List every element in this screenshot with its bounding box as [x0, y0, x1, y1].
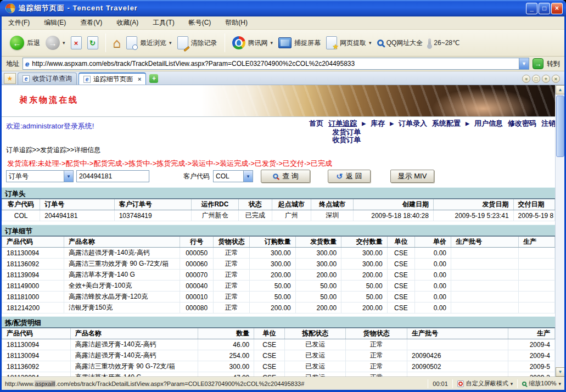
- status-separator: [517, 379, 518, 388]
- column-header: 起点城市: [272, 199, 311, 210]
- nav-system-config[interactable]: 系统配置: [432, 119, 461, 128]
- cell: 正常: [346, 339, 407, 350]
- collapse-tabs-button[interactable]: »: [522, 75, 530, 83]
- cell: CSE: [387, 259, 415, 270]
- menu-favorites[interactable]: 收藏(A): [116, 18, 138, 27]
- maximize-button[interactable]: □: [539, 3, 550, 14]
- tab-close-icon[interactable]: ×: [136, 76, 141, 82]
- column-header: 创建日期: [354, 199, 434, 210]
- cell: 正常: [346, 372, 407, 377]
- clear-history-button[interactable]: 清除记录: [175, 35, 220, 51]
- weather-widget[interactable]: 26~28℃: [425, 37, 462, 49]
- cell: 已发运: [284, 339, 345, 350]
- home-button[interactable]: ⌂: [110, 33, 124, 52]
- cell: [451, 281, 519, 292]
- table-row[interactable]: COL204494181103748419广州新仓已完成广州深圳2009-5-1…: [2, 210, 555, 221]
- nav-sub-shipping-orders[interactable]: 发货订单: [332, 128, 556, 136]
- nav-home[interactable]: 首页: [309, 119, 323, 128]
- extract-page-button[interactable]: ★ 网页提取 ▾: [323, 35, 374, 51]
- cell: [451, 292, 519, 303]
- address-field[interactable]: e http://www.aspxam.com/ebs/track/TrackD…: [23, 58, 529, 70]
- vertical-scrollbar[interactable]: ▲ ▼: [555, 85, 564, 377]
- nav-order-tracking[interactable]: 订单追踪: [328, 119, 357, 128]
- customer-code-select[interactable]: COL ▼: [213, 170, 253, 182]
- scrollbar-thumb[interactable]: [556, 96, 564, 157]
- address-dropdown-icon[interactable]: ▼: [519, 58, 529, 69]
- recent-dropdown-icon[interactable]: ▾: [169, 40, 172, 46]
- order-number-input[interactable]: [76, 170, 149, 182]
- order-field-select[interactable]: 订单号 ▼: [6, 170, 74, 182]
- column-header: 生产批号: [407, 328, 508, 339]
- nav-sub-receiving-orders[interactable]: 收货订单: [332, 136, 556, 144]
- select-dropdown-icon[interactable]: ▼: [64, 171, 73, 182]
- refresh-button[interactable]: ↻: [85, 35, 101, 51]
- minimize-button[interactable]: _: [526, 3, 537, 14]
- qq-sites-button[interactable]: QQ网址大全: [374, 37, 426, 49]
- tencent-site-button[interactable]: 腾讯网 ▾: [229, 35, 276, 51]
- pin-tab-button[interactable]: +: [542, 75, 550, 83]
- zoom-dropdown-icon[interactable]: ▾: [558, 381, 561, 387]
- close-tabs-button[interactable]: ×: [552, 75, 560, 83]
- back-button[interactable]: ← 后退: [7, 34, 43, 52]
- cell: 204494181: [40, 210, 114, 221]
- table-row[interactable]: 181214200洁银牙膏150克000080正常200.00200.00200…: [2, 303, 555, 313]
- scroll-up-icon[interactable]: ▲: [556, 85, 564, 94]
- cell: 300.00: [198, 361, 254, 372]
- select-dropdown-icon[interactable]: ▼: [243, 171, 253, 182]
- query-button[interactable]: 查 询: [261, 170, 310, 183]
- table-row[interactable]: 181136092高露洁三重功效牙膏 90 G-72支/箱000060正常300…: [2, 259, 555, 270]
- table-row[interactable]: 181181000高露洁蜂胶水晶牙膏-120克000010正常50.0050.0…: [2, 292, 555, 303]
- favorites-star-icon[interactable]: ★: [4, 73, 16, 84]
- menu-help[interactable]: 帮助(H): [225, 18, 248, 27]
- menu-file[interactable]: 文件(F): [8, 18, 30, 27]
- nav-user-info[interactable]: 用户信息: [474, 119, 503, 128]
- block-mode-control[interactable]: 自定义屏蔽模式 ▾: [457, 379, 513, 388]
- tab-list-button[interactable]: □: [532, 75, 540, 83]
- customer-code-label: 客户代码: [183, 172, 210, 181]
- forward-button[interactable]: → ▾: [43, 34, 68, 52]
- stop-button[interactable]: ×: [68, 35, 85, 51]
- menu-account[interactable]: 帐号(C): [189, 18, 211, 27]
- block-mode-dropdown-icon[interactable]: ▾: [511, 381, 513, 387]
- nav-inventory[interactable]: 库存: [371, 119, 385, 128]
- table-row[interactable]: 181136092高露洁三重功效牙膏 90 G-72支/箱300.00CSE已发…: [2, 361, 555, 372]
- scroll-down-icon[interactable]: ▼: [556, 367, 564, 377]
- table-row[interactable]: 181139094高露洁草本牙膏-140 G47.00CSE已发运正常2009-…: [2, 372, 555, 377]
- tab-label: 收货订单查询: [32, 74, 72, 83]
- table-row[interactable]: 181130094高露洁超强牙膏-140克-高钙000050正常300.0030…: [2, 248, 555, 259]
- column-header: 运作RDC: [192, 199, 239, 210]
- status-url: http://www.aspxaill.com/ebs/track/TrackD…: [5, 380, 423, 387]
- go-button[interactable]: →: [533, 58, 543, 69]
- main-nav: 首页 订单追踪 ▶ 库存 ▶ 订单录入 系统配置 ▶ 用户信息 修改密码 注销 …: [309, 119, 556, 144]
- show-miv-button[interactable]: 显示 MIV: [390, 170, 434, 183]
- table-row[interactable]: 181139094高露洁草本牙膏-140 G000070正常200.00200.…: [2, 270, 555, 281]
- extract-dropdown-icon[interactable]: ▾: [369, 40, 372, 46]
- column-header: 单位: [254, 328, 285, 339]
- return-button[interactable]: ↺ 返 回: [328, 170, 371, 183]
- column-header: 产品代码: [2, 236, 64, 248]
- tab-receiving-orders[interactable]: e 收货订单查询: [18, 72, 77, 85]
- cell: 46.00: [198, 339, 254, 350]
- tab-track-detail[interactable]: e 追踪细节页面 ×: [79, 72, 146, 85]
- recent-button[interactable]: 最近浏览 ▾: [124, 35, 175, 51]
- go-label[interactable]: 转到: [547, 59, 560, 69]
- zoom-control[interactable]: 缩放100% ▾: [522, 379, 561, 388]
- tencent-dropdown-icon[interactable]: ▾: [271, 40, 273, 46]
- capture-screen-button[interactable]: 捕捉屏幕: [276, 36, 323, 50]
- table-row[interactable]: 181149000全效+美白牙膏-100克000040正常50.0050.005…: [2, 281, 555, 292]
- cell: CSE: [387, 292, 415, 303]
- cell: 47.00: [198, 372, 254, 377]
- menu-edit[interactable]: 编辑(E): [44, 18, 66, 27]
- new-tab-button[interactable]: +: [149, 74, 158, 83]
- address-url[interactable]: http://www.aspxam.com/ebs/track/TrackDet…: [32, 60, 519, 68]
- close-button[interactable]: ×: [551, 3, 563, 14]
- table-row[interactable]: 181130094高露洁超强牙膏-140克-高钙46.00CSE已发运正常200…: [2, 339, 555, 350]
- forward-dropdown-icon[interactable]: ▾: [63, 40, 65, 46]
- cell: [407, 339, 508, 350]
- table-row[interactable]: 181130094高露洁超强牙膏-140克-高钙254.00CSE已发运正常20…: [2, 350, 555, 361]
- nav-change-password[interactable]: 修改密码: [508, 119, 536, 128]
- nav-logout[interactable]: 注销: [541, 119, 556, 128]
- nav-order-entry[interactable]: 订单录入: [399, 119, 427, 128]
- menu-view[interactable]: 查看(V): [80, 18, 102, 27]
- menu-tools[interactable]: 工具(T): [153, 18, 174, 27]
